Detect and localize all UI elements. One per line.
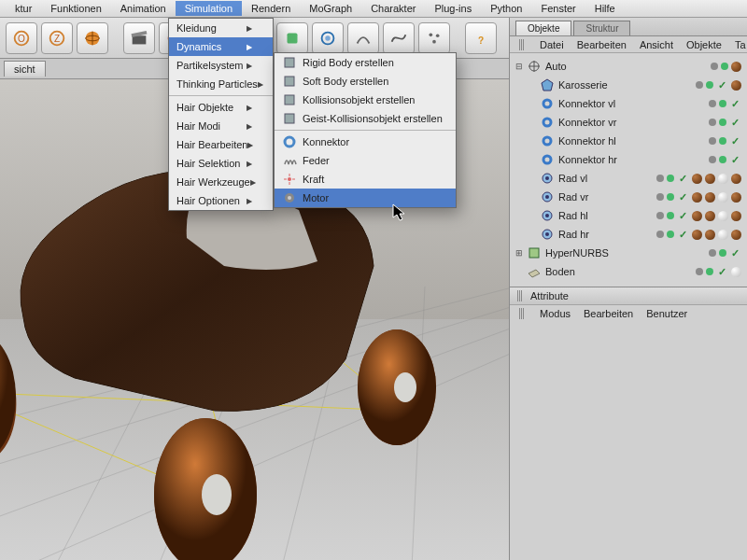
help-tool[interactable]: ? — [465, 22, 497, 54]
axis-o-tool[interactable]: O — [6, 22, 37, 54]
menu-rendern[interactable]: Rendern — [242, 1, 300, 16]
particles-tool[interactable] — [418, 22, 450, 54]
axis-z-tool[interactable]: Z — [41, 22, 73, 54]
tree-row-rad-hl[interactable]: Rad hl✓ — [510, 206, 747, 225]
vis-dot[interactable] — [696, 81, 703, 89]
vis-dot[interactable] — [656, 231, 664, 238]
material-tag[interactable] — [731, 267, 741, 277]
vis-dot[interactable] — [709, 156, 716, 163]
enable-check-icon[interactable]: ✓ — [731, 98, 740, 110]
menu-item-hair-modi[interactable]: Hair Modi — [169, 117, 273, 135]
vis-dot[interactable] — [709, 119, 716, 126]
menu-file[interactable]: Datei — [540, 39, 564, 50]
menu-hilfe[interactable]: Hilfe — [585, 1, 625, 16]
menu-funktionen[interactable]: Funktionen — [41, 1, 110, 16]
menu-python[interactable]: Python — [481, 1, 531, 16]
material-tag[interactable] — [692, 192, 702, 203]
menu-item-hair-optionen[interactable]: Hair Optionen — [169, 191, 273, 210]
material-tag[interactable] — [705, 174, 715, 184]
attr-user[interactable]: Benutzer — [646, 308, 687, 319]
view-tab[interactable]: sicht — [4, 61, 46, 77]
attr-mode[interactable]: Modus — [540, 308, 571, 319]
tree-row-konnektor-hl[interactable]: Konnektor hl✓ — [510, 132, 747, 150]
vis-dot[interactable] — [656, 193, 664, 201]
menu-objects[interactable]: Objekte — [686, 39, 722, 50]
material-tag[interactable] — [731, 62, 741, 72]
vis-dot[interactable] — [721, 63, 728, 70]
vis-dot[interactable] — [719, 100, 726, 107]
enable-check-icon[interactable]: ✓ — [718, 266, 726, 278]
vis-dot[interactable] — [719, 137, 726, 145]
vis-dot[interactable] — [709, 100, 716, 107]
vis-dot[interactable] — [719, 249, 726, 257]
enable-check-icon[interactable]: ✓ — [679, 173, 687, 185]
attr-edit[interactable]: Bearbeiten — [584, 308, 633, 319]
menu-mograph[interactable]: MoGraph — [300, 1, 361, 16]
menu-item-hair-selektion[interactable]: Hair Selektion — [169, 154, 273, 173]
tree-row-boden[interactable]: Boden✓ — [510, 262, 747, 281]
enable-check-icon[interactable]: ✓ — [731, 135, 740, 147]
material-tag[interactable] — [692, 230, 702, 240]
enable-check-icon[interactable]: ✓ — [718, 79, 726, 91]
vis-dot[interactable] — [656, 175, 664, 182]
menu-item-kleidung[interactable]: Kleidung — [169, 19, 273, 37]
tree-row-hypernurbs[interactable]: ⊞HyperNURBS✓ — [510, 244, 747, 262]
enable-check-icon[interactable]: ✓ — [731, 247, 740, 259]
vis-dot[interactable] — [719, 156, 726, 163]
enable-check-icon[interactable]: ✓ — [731, 117, 740, 129]
tab-objects[interactable]: Objekte — [515, 21, 571, 35]
material-tag[interactable] — [705, 211, 715, 221]
deform-tool[interactable] — [347, 22, 379, 54]
tree-row-auto[interactable]: ⊟Auto — [510, 57, 747, 76]
menu-item-kraft[interactable]: Kraft — [275, 170, 456, 189]
vis-dot[interactable] — [719, 119, 726, 126]
material-tag[interactable] — [731, 174, 741, 184]
menu-edit[interactable]: Bearbeiten — [577, 39, 627, 50]
tree-row-konnektor-hr[interactable]: Konnektor hr✓ — [510, 150, 747, 169]
menu-charakter[interactable]: Charakter — [361, 1, 425, 16]
menu-tags[interactable]: Ta — [735, 39, 746, 50]
menu-ktur[interactable]: ktur — [6, 1, 41, 16]
simulation-menu-dropdown[interactable]: KleidungDynamicsPartikelsystemThinking P… — [168, 18, 274, 211]
vis-dot[interactable] — [709, 137, 716, 145]
menu-item-partikelsystem[interactable]: Partikelsystem — [169, 56, 273, 75]
dynamics-submenu-dropdown[interactable]: Rigid Body erstellenSoft Body erstellenK… — [274, 52, 457, 208]
material-tag[interactable] — [718, 230, 728, 240]
menu-view[interactable]: Ansicht — [640, 39, 673, 50]
enable-check-icon[interactable]: ✓ — [679, 210, 687, 222]
material-tag[interactable] — [731, 211, 741, 221]
material-tag[interactable] — [718, 211, 728, 221]
enable-check-icon[interactable]: ✓ — [679, 191, 687, 203]
vis-dot[interactable] — [709, 249, 716, 257]
vis-dot[interactable] — [667, 231, 674, 238]
vis-dot[interactable] — [706, 81, 713, 89]
enable-check-icon[interactable]: ✓ — [679, 229, 687, 241]
tree-row-rad-hr[interactable]: Rad hr✓ — [510, 225, 747, 244]
material-tag[interactable] — [718, 174, 728, 184]
material-tag[interactable] — [731, 80, 741, 91]
vis-dot[interactable] — [711, 63, 718, 70]
material-tag[interactable] — [692, 174, 702, 184]
material-tag[interactable] — [718, 192, 728, 203]
globe-tool[interactable] — [77, 22, 108, 54]
material-tag[interactable] — [731, 230, 741, 240]
primitive-b-tool[interactable] — [276, 22, 308, 54]
object-tree[interactable]: ⊟AutoKarosserie✓Konnektor vl✓Konnektor v… — [510, 53, 747, 287]
tree-row-konnektor-vl[interactable]: Konnektor vl✓ — [510, 94, 747, 113]
menu-item-hair-werkzeuge[interactable]: Hair Werkzeuge — [169, 173, 273, 191]
clapper-tool[interactable] — [123, 22, 155, 54]
vis-dot[interactable] — [667, 193, 674, 201]
material-tag[interactable] — [705, 192, 715, 203]
tree-row-rad-vr[interactable]: Rad vr✓ — [510, 188, 747, 206]
menu-item-hair-bearbeiten[interactable]: Hair Bearbeiten — [169, 135, 273, 154]
menu-animation[interactable]: Animation — [111, 1, 176, 16]
menu-item-feder[interactable]: Feder — [275, 151, 456, 170]
menu-item-konnektor[interactable]: Konnektor — [275, 133, 456, 151]
spline-tool[interactable] — [383, 22, 415, 54]
tab-structure[interactable]: Struktur — [573, 21, 630, 35]
menu-simulation[interactable]: Simulation — [176, 1, 242, 16]
expand-toggle[interactable]: ⊟ — [514, 62, 525, 71]
menu-item-hair-objekte[interactable]: Hair Objekte — [169, 98, 273, 117]
menu-plug-ins[interactable]: Plug-ins — [425, 1, 481, 16]
expand-toggle[interactable]: ⊞ — [514, 248, 525, 258]
